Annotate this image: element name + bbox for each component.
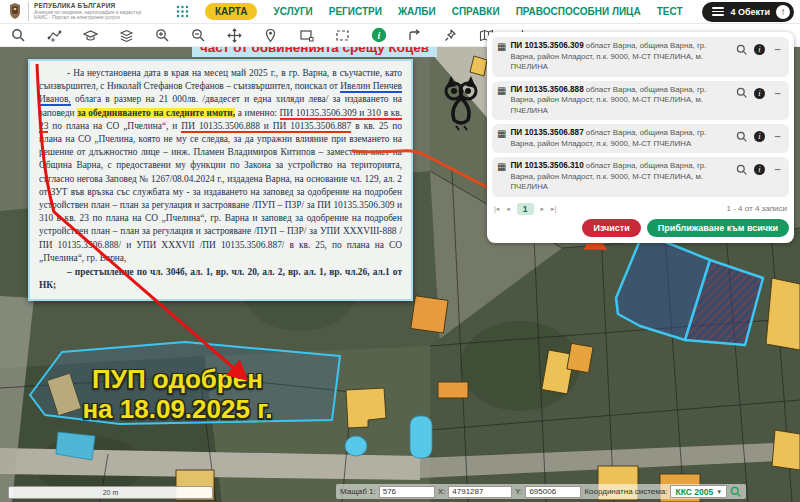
- pagination: |◂ ◂ 1 ▸ ▸| 1 - 4 от 4 записи: [492, 201, 789, 219]
- doc-segment: за обединяването на следните имоти,: [77, 108, 235, 118]
- parcel-id: ПИ 10135.3506.888: [510, 85, 583, 94]
- app-header: РЕПУБЛИКА БЪЛГАРИЯ Агенция по геодезия, …: [0, 0, 800, 24]
- nav-uslugi[interactable]: УСЛУГИ: [273, 6, 312, 17]
- clear-button[interactable]: Изчисти: [582, 219, 640, 237]
- apps-grid-icon[interactable]: [176, 5, 189, 18]
- remove-parcel-icon[interactable]: –: [771, 130, 784, 143]
- zoom-to-all-button[interactable]: Приближаване към всички: [647, 219, 789, 237]
- result-row[interactable]: ▦ПИ 10135.3506.888 област Варна, община …: [492, 81, 789, 121]
- zoom-out-icon[interactable]: [190, 27, 207, 44]
- last-page-button[interactable]: ▸|: [551, 205, 556, 213]
- doc-closing: – престъпление по чл. 304б, ал. 1, вр. ч…: [39, 266, 402, 292]
- nav-spravki[interactable]: СПРАВКИ: [452, 6, 500, 17]
- parcel-description: ПИ 10135.3506.888 област Варна, община В…: [510, 85, 731, 117]
- pan-icon[interactable]: [226, 27, 243, 44]
- svg-text:i: i: [377, 30, 380, 41]
- zoom-to-parcel-icon[interactable]: [735, 43, 748, 56]
- y-coordinate-input[interactable]: [525, 486, 581, 498]
- scale-label: Мащаб 1:: [340, 487, 376, 496]
- menu-icon: [712, 5, 724, 18]
- nav-registri[interactable]: РЕГИСТРИ: [329, 6, 382, 17]
- parcel-grid-icon: ▦: [497, 85, 506, 96]
- records-summary: 1 - 4 от 4 записи: [727, 204, 787, 213]
- kais-map-app: част от обвиненията срещу Коцев - На неу…: [0, 0, 800, 502]
- parcel-id: ПИ 10135.3506.310: [510, 161, 583, 170]
- prev-page-button[interactable]: ◂: [506, 205, 510, 213]
- collapse-up-icon[interactable]: ↑: [776, 5, 790, 19]
- doc-paragraph: - На неустановена дата в края на месец м…: [39, 67, 402, 265]
- objects-panel: ▦ПИ 10135.3506.309 област Варна, община …: [487, 32, 794, 243]
- doc-segment: в кв. 25 по плана на СО „Пчелина, която …: [39, 121, 402, 263]
- coordinates-bar: Мащаб 1: X: Y: Координатна система: ККС …: [336, 484, 746, 499]
- measure-icon[interactable]: [46, 27, 63, 44]
- info-icon[interactable]: i: [370, 27, 387, 44]
- x-coordinate-input[interactable]: [448, 486, 512, 498]
- parcel-grid-icon: ▦: [497, 161, 506, 172]
- agency-logo: РЕПУБЛИКА БЪЛГАРИЯ Агенция по геодезия, …: [6, 2, 141, 20]
- scale-input[interactable]: [379, 486, 435, 498]
- pin-icon[interactable]: [442, 27, 459, 44]
- result-row[interactable]: ▦ПИ 10135.3506.887 област Варна, община …: [492, 124, 789, 153]
- zoom-to-parcel-icon[interactable]: [735, 87, 748, 100]
- result-row[interactable]: ▦ПИ 10135.3506.309 област Варна, община …: [492, 37, 789, 77]
- parcel-description: ПИ 10135.3506.309 област Варна, община В…: [510, 41, 731, 73]
- coordinate-search-icon[interactable]: [730, 486, 742, 498]
- parcel-id: ПИ 10135.3506.309: [510, 41, 583, 50]
- select-rectangle-icon[interactable]: [298, 27, 315, 44]
- crs-value: ККС 2005: [675, 487, 713, 497]
- nav-karta[interactable]: КАРТА: [205, 3, 258, 20]
- indictment-excerpt: - На неустановена дата в края на месец м…: [28, 59, 413, 301]
- parcel-description: ПИ 10135.3506.887 област Варна, община В…: [510, 128, 731, 149]
- layers-visibility-icon[interactable]: [82, 27, 99, 44]
- objects-count-label: 4 Обекти: [730, 7, 770, 17]
- select-extent-icon[interactable]: [334, 27, 351, 44]
- remove-parcel-icon[interactable]: –: [771, 163, 784, 176]
- zoom-in-icon[interactable]: [154, 27, 171, 44]
- nav-pravosposobni-litsa[interactable]: ПРАВОСПОСОБНИ ЛИЦА: [516, 6, 641, 17]
- doc-segment: ПИ 10135.3506.888 и ПИ 10135.3506.887: [181, 121, 351, 133]
- x-label: X:: [438, 487, 446, 496]
- objects-button[interactable]: 4 Обекти ↑: [702, 2, 794, 22]
- parcel-grid-icon: ▦: [497, 128, 506, 139]
- scale-bar: 20 m: [8, 486, 213, 499]
- parcel-id: ПИ 10135.3506.887: [510, 128, 583, 137]
- doc-segment: по плана на СО „Пчелина“, и: [48, 121, 181, 131]
- add-marker-icon[interactable]: [262, 27, 279, 44]
- nav-zhalbi[interactable]: ЖАЛБИ: [398, 6, 436, 17]
- remove-parcel-icon[interactable]: –: [771, 87, 784, 100]
- parcel-description: ПИ 10135.3506.310 област Варна, община В…: [510, 161, 731, 193]
- parcel-grid-icon: ▦: [497, 41, 506, 52]
- turn-arrow-icon[interactable]: [406, 27, 423, 44]
- next-page-button[interactable]: ▸: [541, 205, 545, 213]
- result-row[interactable]: ▦ПИ 10135.3506.310 област Варна, община …: [492, 157, 789, 197]
- zoom-to-parcel-icon[interactable]: [735, 163, 748, 176]
- main-nav: КАРТАУСЛУГИРЕГИСТРИЖАЛБИСПРАВКИПРАВОСПОС…: [205, 3, 683, 20]
- nav-test[interactable]: ТЕСТ: [657, 6, 683, 17]
- doc-segment: а именно:: [235, 108, 279, 118]
- first-page-button[interactable]: |◂: [494, 205, 499, 213]
- y-label: Y:: [515, 487, 522, 496]
- pup-approved-label: ПУП одобрен на 18.09.2025 г.: [70, 364, 285, 424]
- chevron-down-icon: ▼: [716, 489, 722, 495]
- current-page[interactable]: 1: [517, 203, 534, 215]
- zoom-to-parcel-icon[interactable]: [735, 130, 748, 143]
- remove-parcel-icon[interactable]: –: [771, 43, 784, 56]
- parcel-info-icon[interactable]: i: [753, 43, 766, 56]
- parcel-info-icon[interactable]: i: [753, 87, 766, 100]
- parcel-info-icon[interactable]: i: [753, 163, 766, 176]
- crs-label: Координатна система:: [584, 487, 667, 496]
- crs-select[interactable]: ККС 2005 ▼: [670, 485, 727, 498]
- org-portal: КАИС - Портал за електронни услуги: [34, 15, 141, 21]
- parcel-info-icon[interactable]: i: [753, 130, 766, 143]
- coat-of-arms-icon: [6, 2, 24, 20]
- results-list: ▦ПИ 10135.3506.309 област Варна, община …: [492, 37, 789, 197]
- search-icon[interactable]: [10, 27, 27, 44]
- layers-icon[interactable]: [118, 27, 135, 44]
